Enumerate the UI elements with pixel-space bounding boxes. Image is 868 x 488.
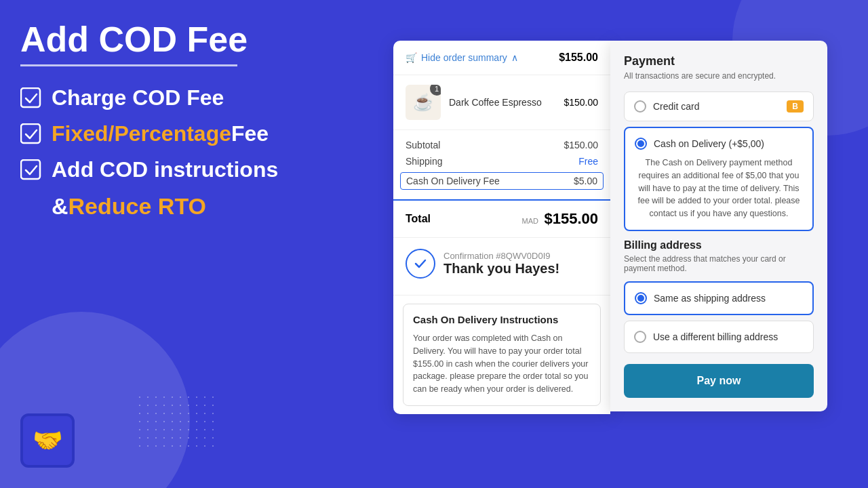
shipping-label: Shipping xyxy=(406,156,443,167)
shipping-value: Free xyxy=(578,156,598,167)
feature-label-reduce-before: & xyxy=(52,193,68,220)
hide-summary-button[interactable]: 🛒 Hide order summary ∧ xyxy=(406,52,518,63)
chevron-up-icon: ∧ xyxy=(511,52,518,63)
confirmation-id: Confirmation #8QWV0D0I9 xyxy=(443,251,559,261)
svg-rect-1 xyxy=(21,124,40,143)
cod-description: The Cash on Delivery payment method requ… xyxy=(635,157,803,220)
total-label: Total xyxy=(406,213,431,225)
pay-now-button[interactable]: Pay now xyxy=(624,364,814,398)
cod-fee-value: $5.00 xyxy=(574,176,597,186)
subtotal-row: Subtotal $150.00 xyxy=(406,140,598,150)
order-header: 🛒 Hide order summary ∧ $155.00 xyxy=(393,41,610,75)
item-price: $150.00 xyxy=(564,97,598,108)
payment-title: Payment xyxy=(624,54,814,68)
total-currency: MAD xyxy=(522,217,538,225)
main-title: Add COD Fee xyxy=(20,20,305,59)
cod-selected-header: Cash on Delivery (+$5,00) xyxy=(635,138,803,150)
billing-different-radio xyxy=(634,331,646,343)
credit-card-label: Credit card xyxy=(653,101,780,112)
subtotal-label: Subtotal xyxy=(406,140,440,150)
cod-fee-row: Cash On Delivery Fee $5.00 xyxy=(400,172,604,190)
credit-card-radio xyxy=(634,100,646,113)
coffee-product-icon: ☕ xyxy=(413,93,433,112)
order-panel: 🛒 Hide order summary ∧ $155.00 ☕ 1 Dark … xyxy=(393,41,610,414)
cod-method-label: Cash on Delivery (+$5,00) xyxy=(654,138,803,149)
feature-item-fixed: Fixed/Percentage Fee xyxy=(20,121,305,146)
feature-label-fixed-highlight: Fixed/Percentage xyxy=(52,121,231,146)
cod-instructions-title: Cash On Delivery Instructions xyxy=(413,314,591,325)
checkmark-icon-3 xyxy=(20,159,42,181)
billing-section: Billing address Select the address that … xyxy=(624,239,814,353)
total-amount-container: MAD $155.00 xyxy=(522,210,598,228)
handshake-icon: 🤝 xyxy=(33,426,63,455)
ui-panels: 🛒 Hide order summary ∧ $155.00 ☕ 1 Dark … xyxy=(393,41,827,414)
feature-label-charge: Charge COD Fee xyxy=(52,85,224,110)
brand-icon: B xyxy=(787,100,804,113)
feature-item-instructions: Add COD instructions xyxy=(20,157,305,182)
feature-label-fixed-after: Fee xyxy=(231,121,269,146)
confirmation-section: Confirmation #8QWV0D0I9 Thank you Hayes! xyxy=(393,238,610,296)
billing-subtitle: Select the address that matches your car… xyxy=(624,254,814,273)
order-breakdown: Subtotal $150.00 Shipping Free Cash On D… xyxy=(393,130,610,201)
total-amount: $155.00 xyxy=(544,210,598,227)
title-underline xyxy=(20,64,237,66)
feature-label-reduce-highlight: Reduce RTO xyxy=(68,193,206,220)
item-name: Dark Coffee Espresso xyxy=(449,97,564,108)
checkmark-icon-2 xyxy=(20,123,42,145)
checkmark-icon xyxy=(20,87,42,109)
shipping-row: Shipping Free xyxy=(406,156,598,167)
total-row: Total MAD $155.00 xyxy=(393,201,610,238)
feature-item-charge: Charge COD Fee xyxy=(20,85,305,110)
order-item: ☕ 1 Dark Coffee Espresso $150.00 xyxy=(393,75,610,130)
hide-summary-label: Hide order summary xyxy=(421,52,507,63)
svg-rect-0 xyxy=(21,88,40,107)
billing-title: Billing address xyxy=(624,239,814,251)
billing-different-label: Use a different billing address xyxy=(653,331,778,342)
order-total-header: $155.00 xyxy=(559,52,598,64)
payment-subtitle: All transactions are secure and encrypte… xyxy=(624,71,814,81)
confirmation-header: Confirmation #8QWV0D0I9 Thank you Hayes! xyxy=(406,249,598,279)
bg-dots xyxy=(136,393,217,447)
subtotal-value: $150.00 xyxy=(564,140,598,150)
billing-same-radio xyxy=(635,292,647,304)
confirmation-check-icon xyxy=(406,249,435,279)
cod-fee-label: Cash On Delivery Fee xyxy=(406,176,500,186)
cod-selected-panel[interactable]: Cash on Delivery (+$5,00) The Cash on De… xyxy=(624,127,814,231)
cod-radio xyxy=(635,138,647,150)
left-section: Add COD Fee Charge COD Fee Fixed/Percent… xyxy=(20,20,305,230)
cart-icon: 🛒 xyxy=(406,52,417,63)
billing-same-label: Same as shipping address xyxy=(654,293,766,304)
confirmation-text-container: Confirmation #8QWV0D0I9 Thank you Hayes! xyxy=(443,251,559,277)
bottom-icon: 🤝 xyxy=(20,413,75,468)
payment-panel: Payment All transactions are secure and … xyxy=(610,41,827,411)
cod-instructions-box: Cash On Delivery Instructions Your order… xyxy=(403,304,601,406)
feature-label-instructions: Add COD instructions xyxy=(52,157,278,182)
billing-option-same[interactable]: Same as shipping address xyxy=(624,281,814,315)
thank-you-text: Thank you Hayes! xyxy=(443,261,559,277)
item-image: ☕ 1 xyxy=(406,85,441,120)
cod-instructions-body: Your order was completed with Cash on De… xyxy=(413,332,591,396)
feature-list: Charge COD Fee Fixed/Percentage Fee Add … xyxy=(20,85,305,220)
svg-rect-2 xyxy=(21,160,40,179)
credit-card-option[interactable]: Credit card B xyxy=(624,92,814,121)
billing-option-different[interactable]: Use a different billing address xyxy=(624,321,814,353)
feature-item-reduce: & Reduce RTO xyxy=(20,193,305,220)
